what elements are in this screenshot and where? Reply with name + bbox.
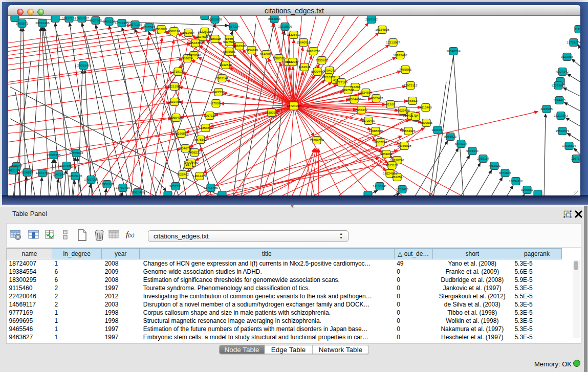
svg-text:10653267: 10653267 [75, 16, 89, 20]
svg-text:9327508: 9327508 [223, 40, 236, 43]
svg-text:10958107: 10958107 [100, 182, 114, 186]
svg-text:16648764: 16648764 [446, 49, 461, 53]
svg-text:9474444: 9474444 [466, 149, 479, 152]
svg-text:7625402: 7625402 [177, 172, 189, 176]
svg-text:1185061: 1185061 [10, 164, 23, 168]
svg-text:8990448: 8990448 [311, 70, 324, 73]
svg-text:9084067: 9084067 [380, 152, 393, 156]
svg-text:157: 157 [186, 163, 191, 166]
svg-text:989024: 989024 [182, 56, 193, 60]
svg-text:9899695: 9899695 [420, 121, 433, 124]
svg-text:2935114: 2935114 [477, 157, 489, 160]
svg-text:18724007: 18724007 [287, 104, 301, 107]
svg-text:1615132: 1615132 [386, 163, 399, 167]
svg-text:16154808: 16154808 [375, 28, 389, 31]
svg-text:16033809: 16033809 [208, 17, 222, 21]
svg-text:18524851: 18524851 [383, 171, 397, 175]
svg-text:12353594: 12353594 [199, 126, 213, 129]
svg-text:15692971: 15692971 [555, 129, 570, 133]
svg-text:2803144: 2803144 [216, 76, 229, 80]
svg-text:2087682: 2087682 [365, 17, 378, 21]
svg-text:3624554: 3624554 [360, 91, 373, 94]
svg-text:1733426: 1733426 [396, 187, 409, 191]
svg-text:16961758: 16961758 [306, 49, 320, 53]
svg-text:12213963: 12213963 [167, 84, 182, 88]
svg-text:8427552: 8427552 [212, 90, 225, 94]
svg-text:20206555: 20206555 [47, 153, 61, 157]
svg-text:9227342: 9227342 [556, 70, 569, 73]
svg-text:11325419: 11325419 [287, 33, 301, 36]
svg-text:16210643: 16210643 [554, 114, 568, 117]
svg-text:3215955: 3215955 [540, 107, 553, 111]
svg-text:14136141: 14136141 [373, 184, 387, 188]
svg-text:14914479: 14914479 [192, 174, 207, 178]
svg-text:8813054: 8813054 [268, 17, 281, 20]
svg-text:1640954: 1640954 [431, 128, 444, 132]
svg-text:7857224: 7857224 [227, 25, 240, 28]
svg-text:9323966: 9323966 [561, 55, 574, 58]
svg-text:1156819: 1156819 [21, 170, 33, 174]
svg-text:19384554: 19384554 [310, 138, 324, 142]
svg-text:10975887: 10975887 [59, 164, 74, 167]
svg-text:7485063: 7485063 [399, 68, 412, 71]
svg-text:9657791: 9657791 [169, 184, 182, 188]
svg-text:16782759: 16782759 [116, 186, 130, 189]
svg-text:16046798: 16046798 [178, 146, 192, 150]
svg-text:3498222: 3498222 [188, 150, 201, 154]
svg-text:9860124: 9860124 [168, 29, 181, 33]
svg-text:2867608: 2867608 [233, 44, 246, 48]
svg-text:19218506: 19218506 [278, 25, 292, 28]
svg-text:6466160: 6466160 [103, 19, 116, 23]
svg-text:4: 4 [415, 115, 417, 118]
svg-text:6794072: 6794072 [323, 69, 336, 72]
svg-text:9146821: 9146821 [260, 52, 273, 56]
svg-text:1822037: 1822037 [287, 60, 299, 63]
svg-text:12505135: 12505135 [68, 174, 82, 178]
svg-text:17957255: 17957255 [84, 178, 98, 181]
svg-text:1405571: 1405571 [16, 21, 29, 25]
svg-text:12923466: 12923466 [130, 190, 145, 194]
svg-text:1610755: 1610755 [168, 100, 181, 103]
svg-text:9245652: 9245652 [521, 188, 534, 191]
svg-text:10807487: 10807487 [369, 96, 383, 100]
svg-text:8454749: 8454749 [246, 48, 258, 52]
svg-text:2718176: 2718176 [172, 70, 185, 73]
svg-text:12213967: 12213967 [386, 40, 400, 44]
svg-text:3915134: 3915134 [8, 168, 20, 172]
svg-text:1145194: 1145194 [53, 172, 65, 176]
svg-text:8938923: 8938923 [444, 135, 457, 138]
svg-text:15716485: 15716485 [204, 186, 218, 189]
svg-text:8267110: 8267110 [204, 114, 216, 117]
svg-text:116753: 116753 [571, 157, 580, 160]
svg-text:2905346: 2905346 [77, 63, 90, 67]
svg-text:18300295: 18300295 [265, 111, 279, 114]
svg-text:9777169: 9777169 [335, 80, 348, 84]
svg-text:11123: 11123 [575, 27, 580, 31]
svg-text:9242848: 9242848 [220, 63, 232, 67]
svg-text:19495794: 19495794 [404, 114, 419, 117]
svg-text:9115460: 9115460 [420, 105, 432, 109]
svg-text:17359924: 17359924 [69, 151, 83, 155]
svg-text:12093822: 12093822 [551, 83, 565, 87]
svg-text:7932621: 7932621 [488, 164, 501, 167]
svg-text:17006: 17006 [211, 101, 221, 105]
svg-text:8878352: 8878352 [194, 138, 207, 141]
svg-text:19166829: 19166829 [174, 132, 188, 135]
svg-text:1588520: 1588520 [273, 56, 286, 60]
svg-text:19654923: 19654923 [401, 129, 416, 133]
svg-text:15751074: 15751074 [567, 40, 580, 44]
svg-text:12975115: 12975115 [403, 83, 418, 87]
svg-text:15226058: 15226058 [198, 30, 212, 33]
svg-text:16671355: 16671355 [128, 23, 142, 26]
svg-text:10719155: 10719155 [115, 21, 129, 25]
svg-text:12942757: 12942757 [35, 171, 50, 174]
svg-text:15640910: 15640910 [296, 40, 311, 44]
svg-text:18807249: 18807249 [373, 140, 387, 144]
svg-text:7955812: 7955812 [316, 58, 329, 62]
svg-text:7986372: 7986372 [355, 108, 368, 112]
svg-text:1162615: 1162615 [298, 65, 311, 69]
svg-text:6879197: 6879197 [455, 142, 468, 145]
svg-text:9327505: 9327505 [196, 35, 209, 38]
svg-text:9463627: 9463627 [406, 99, 419, 102]
svg-text:7515526: 7515526 [143, 25, 156, 29]
